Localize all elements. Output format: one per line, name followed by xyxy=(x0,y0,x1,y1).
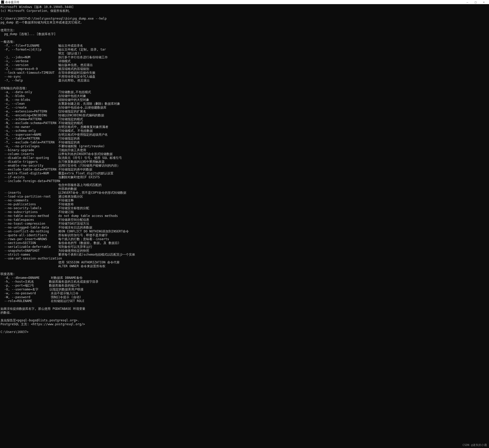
terminal-line: -c, --clean 在重新创建之前，先清除（删除）数据库对象 xyxy=(0,102,489,106)
close-button[interactable]: × xyxy=(482,1,486,4)
terminal-line: -N, --exclude-schema=PATTERN 不转储指定的模式 xyxy=(0,121,489,125)
terminal-line: (c) Microsoft Corporation。保留所有权利。 xyxy=(0,9,489,13)
maximize-button[interactable]: □ xyxy=(474,1,478,4)
terminal-line: -a, --data-only 只转储数据,不包括模式 xyxy=(0,90,489,94)
terminal-line: --no-toast-compression 不转储TOAST压缩方法 xyxy=(0,222,489,226)
terminal-line: --exclude-table-data=PATTERN 不转储指定的表中的数据 xyxy=(0,168,489,172)
terminal-line: -O, --no-owner 在明文格式中, 忽略恢复对象所属者 xyxy=(0,125,489,129)
terminal-line: 控制输出内容选项: xyxy=(0,86,489,90)
terminal-line: 一般选项: xyxy=(0,40,489,44)
terminal-line: --disable-triggers 在只恢复数据的过程中禁用触发器 xyxy=(0,160,489,164)
terminal-line: 外部表的数据 xyxy=(0,187,489,191)
terminal-line: --rows-per-insert=NROWS 每个插入的行数；意味着--ins… xyxy=(0,237,489,241)
terminal-line: --role=ROLENAME 在转储前运行SET ROLE xyxy=(0,299,489,303)
terminal-line: -F, --format=c|d|t|p 输出文件格式 (定制, 目录, tar xyxy=(0,48,489,52)
terminal-line: --on-conflict-do-nothing 将ON CONFLICT DO… xyxy=(0,230,489,233)
terminal-line: -W, --password 强制口令提示 (自动) xyxy=(0,295,489,299)
terminal-line: --if-exists 当删除对象时使用IF EXISTS xyxy=(0,175,489,179)
cmd-icon: C:\ xyxy=(1,1,4,4)
terminal-line: -C, --create 在转储中包括命令,以便创建数据库 xyxy=(0,106,489,110)
terminal-line: --disable-dollar-quoting 取消美元 (符号) 引号, 使… xyxy=(0,156,489,160)
terminal-line: --include-foreign-data=PATTERN xyxy=(0,179,489,183)
terminal-line: 的数值. xyxy=(0,311,489,315)
terminal-line: --load-via-partition-root 通过根表加载分区 xyxy=(0,195,489,199)
terminal-line: C:\Users\16837>D:\tools\postgresql\bin\p… xyxy=(0,17,489,21)
terminal-line: -p, --port=端口号 数据库服务器的端口号 xyxy=(0,284,489,288)
terminal-line: --no-subscriptions 不转储订阅 xyxy=(0,210,489,214)
terminal-line xyxy=(0,25,489,28)
terminal-line: 如果没有提供数据库名字, 那么使用 PGDATABASE 环境变量 xyxy=(0,307,489,311)
terminal-line: -V, --version 输出版本信息, 然后退出 xyxy=(0,63,489,67)
terminal-line: 使用 SESSION AUTHORIZATION 命令代替 xyxy=(0,260,489,264)
terminal-line: --no-comments 不转储注释 xyxy=(0,199,489,202)
terminal-line: 使用方法: xyxy=(0,28,489,32)
terminal-line: -n, --schema=PATTERN 只转储指定的模式 xyxy=(0,117,489,121)
terminal-line xyxy=(0,315,489,319)
terminal-line: --no-unlogged-table-data 不转储没有日志的表数据 xyxy=(0,226,489,230)
terminal-line: pg_dump 把一个数据库转储为纯文本文件或者是其它格式. xyxy=(0,21,489,25)
terminal-line: 包含外部服务器上与模式匹配的 xyxy=(0,183,489,187)
terminal-line: --strict-names 要求每个表和(或)schema包括模式以匹配至少一… xyxy=(0,253,489,257)
title-bar: C:\ 命令提示符 — □ × xyxy=(0,0,489,4)
terminal-line: -E, --encoding=ENCODING 转储以ENCODING形式编码的… xyxy=(0,113,489,117)
terminal-line: -T, --exclude-table=PATTERN 不转储指定的表 xyxy=(0,141,489,144)
terminal-line: -Z, --compress=0-9 被压缩格式的压缩级别 xyxy=(0,67,489,71)
terminal-line: --lock-wait-timeout=TIMEOUT 在等待表锁超时后操作失败 xyxy=(0,71,489,75)
terminal-line xyxy=(0,268,489,272)
terminal-line: -B, --no-blobs 排除转储中的大型对象 xyxy=(0,98,489,102)
terminal-line: -h, --host=主机名 数据库服务器的主机名或套接字目录 xyxy=(0,280,489,284)
terminal-line: --no-table-access-method do not dump tab… xyxy=(0,214,489,218)
window-title: 命令提示符 xyxy=(5,0,465,4)
terminal-line: -j, --jobs=NUM 执行多个并行任务进行备份转储工作 xyxy=(0,55,489,59)
terminal-output[interactable]: Microsoft Windows [版本 10.0.19045.3448](c… xyxy=(0,4,489,335)
terminal-line: -?, --help 显示此帮助, 然后退出 xyxy=(0,79,489,83)
terminal-line xyxy=(0,303,489,307)
terminal-line: --no-publications 不转储发布 xyxy=(0,202,489,206)
terminal-line: pg_dump [选项]... [数据库名字] xyxy=(0,32,489,36)
terminal-line: --no-sync 不用等待变化安全写入磁盘 xyxy=(0,75,489,79)
terminal-line: --quote-all-identifiers 所有标识符加引号，即使不是关键字 xyxy=(0,233,489,237)
terminal-line: PostgreSQL 主页: <https://www.postgresql.o… xyxy=(0,322,489,326)
terminal-line: 臭虫报告至<pgsql-bugs@lists.postgresql.org>. xyxy=(0,319,489,322)
terminal-line: -S, --superuser=NAME 在明文格式中使用指定的超级用户名 xyxy=(0,133,489,137)
terminal-line: -d, --dbname=DBNAME 对数据库 DBNAME备份 xyxy=(0,276,489,280)
window-controls: — □ × xyxy=(465,1,488,4)
terminal-line xyxy=(0,36,489,40)
minimize-button[interactable]: — xyxy=(465,1,469,4)
terminal-line: -U, --username=名字 以指定的数据库用户联接 xyxy=(0,288,489,291)
terminal-line xyxy=(0,13,489,17)
terminal-line: 明文 (默认值)) xyxy=(0,52,489,55)
terminal-line: -e, --extension=PATTERN 仅转储指定的扩展名 xyxy=(0,110,489,113)
terminal-line: --extra-float-digits=NUM 覆盖extra_float_d… xyxy=(0,172,489,175)
terminal-line: --serializable-deferrable 等到备份可以无异常运行 xyxy=(0,245,489,249)
terminal-line: --section=SECTION 备份命名的节 (数据前, 数据, 及 数据后… xyxy=(0,241,489,245)
terminal-line: --snapshot=SNAPSHOT 为转储使用给定的快照 xyxy=(0,249,489,253)
terminal-line: -b, --blobs 在转储中包括大对象 xyxy=(0,94,489,98)
terminal-line: ALTER OWNER 命令来设置所有权 xyxy=(0,264,489,268)
terminal-line: --enable-row-security 启用行安全性（只转储用户能够访问的内… xyxy=(0,164,489,168)
terminal-line: --binary-upgrade 只能由升级工具使用 xyxy=(0,148,489,152)
terminal-line: -t, --table=PATTERN 只转储指定的表 xyxy=(0,137,489,141)
terminal-line: -v, --verbose 详细模式 xyxy=(0,59,489,63)
terminal-line: --no-security-labels 不转储安全标签的分配 xyxy=(0,206,489,210)
terminal-line: -f, --file=FILENAME 输出文件或目录名 xyxy=(0,44,489,48)
terminal-line xyxy=(0,83,489,86)
terminal-line: -s, --schema-only 只转储模式, 不包括数据 xyxy=(0,129,489,133)
terminal-line: -w, --no-password 永远不提示输入口令 xyxy=(0,291,489,295)
terminal-line: 联接选项: xyxy=(0,272,489,276)
terminal-line: -x, --no-privileges 不要转储权限 (grant/revoke… xyxy=(0,144,489,148)
terminal-line: --column-inserts 以带有列名的INSERT命令形式转储数据 xyxy=(0,152,489,156)
terminal-line: C:\Users\16837> xyxy=(0,330,489,334)
terminal-line: --use-set-session-authorization xyxy=(0,257,489,260)
terminal-line: --inserts 以INSERT命令，而不是COPY命令的形式转储数据 xyxy=(0,191,489,195)
terminal-line xyxy=(0,326,489,330)
terminal-line: Microsoft Windows [版本 10.0.19045.3448] xyxy=(0,5,489,9)
terminal-line: --no-tablespaces 不转储表空间分配信息 xyxy=(0,218,489,222)
